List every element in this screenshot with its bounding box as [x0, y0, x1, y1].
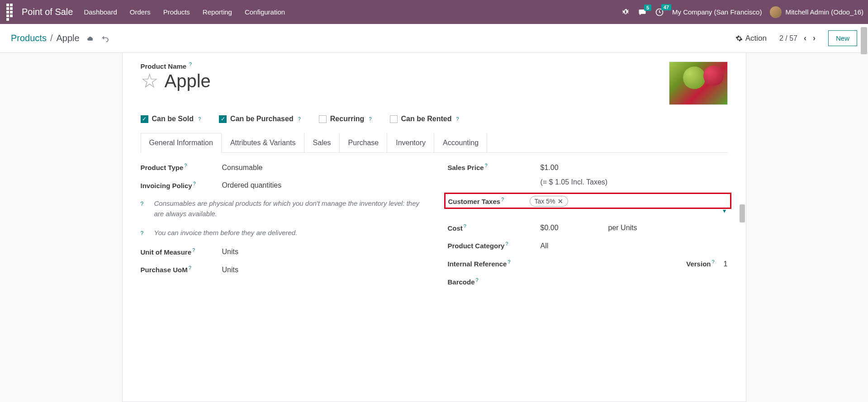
- menu-orders[interactable]: Orders: [130, 8, 151, 16]
- help-icon[interactable]: ?: [193, 181, 196, 186]
- checkbox-can-be-sold[interactable]: ✓ Can be Sold ?: [141, 115, 201, 123]
- tab-sales[interactable]: Sales: [304, 133, 340, 153]
- help-icon[interactable]: ?: [476, 277, 479, 283]
- favorite-star-icon[interactable]: ☆: [141, 71, 158, 91]
- sales-price-field[interactable]: $1.00: [541, 164, 728, 172]
- cost-field[interactable]: $0.00: [541, 224, 604, 232]
- tabs: General Information Attributes & Variant…: [141, 133, 728, 153]
- checkbox-label: Recurring: [330, 115, 365, 123]
- tax-tag-label: Tax 5%: [535, 198, 555, 205]
- checkbox-icon: ✓: [219, 115, 227, 123]
- tax-tag[interactable]: Tax 5% ✕: [530, 196, 569, 207]
- checkbox-can-be-rented[interactable]: Can be Rented ?: [390, 115, 459, 123]
- cost-label: Cost: [448, 224, 463, 232]
- sales-price-label: Sales Price: [448, 164, 484, 171]
- pager-text[interactable]: 2 / 57: [779, 34, 797, 43]
- help-icon[interactable]: ?: [501, 197, 504, 202]
- help-icon[interactable]: ?: [141, 230, 150, 236]
- customer-taxes-highlight: Customer Taxes? Tax 5% ✕: [444, 193, 731, 209]
- chevron-down-icon[interactable]: ▾: [723, 207, 726, 214]
- help-icon[interactable]: ?: [456, 116, 459, 122]
- action-button[interactable]: Action: [735, 34, 767, 43]
- debug-icon[interactable]: [621, 8, 630, 16]
- help-icon[interactable]: ?: [369, 116, 371, 122]
- category-field[interactable]: All: [541, 242, 728, 250]
- scrollbar-thumb[interactable]: [740, 204, 745, 222]
- tab-attributes-variants[interactable]: Attributes & Variants: [222, 133, 304, 153]
- checkbox-can-be-purchased[interactable]: ✓ Can be Purchased ?: [219, 115, 301, 123]
- form-sheet: Product Name ? ☆ Apple ✓ Can be Sold ? ✓…: [122, 53, 746, 402]
- menu-configuration[interactable]: Configuration: [245, 8, 285, 16]
- user-name: Mitchell Admin (Odoo_16): [785, 8, 863, 16]
- cost-per: per Units: [608, 224, 728, 232]
- pager-next-icon[interactable]: ›: [813, 33, 816, 43]
- scrollbar-thumb[interactable]: [861, 27, 867, 54]
- help-icon[interactable]: ?: [464, 223, 466, 229]
- product-name-label: Product Name: [141, 62, 187, 70]
- form-view: Product Name ? ☆ Apple ✓ Can be Sold ? ✓…: [0, 53, 868, 402]
- tab-accounting[interactable]: Accounting: [434, 133, 487, 153]
- menu-dashboard[interactable]: Dashboard: [84, 8, 117, 16]
- help-icon[interactable]: ?: [184, 163, 187, 168]
- uom-label: Unit of Measure: [141, 248, 192, 255]
- consumable-hint: Consumables are physical products for wh…: [154, 199, 421, 219]
- version-field[interactable]: 1: [724, 260, 728, 268]
- checkbox-label: Can be Purchased: [230, 115, 294, 123]
- company-selector[interactable]: My Company (San Francisco): [672, 8, 762, 16]
- product-name-input[interactable]: Apple: [165, 71, 211, 91]
- purchase-uom-field[interactable]: Units: [222, 266, 421, 274]
- main-menu: Dashboard Orders Products Reporting Conf…: [84, 8, 285, 16]
- help-icon[interactable]: ?: [189, 61, 192, 67]
- cloud-icon[interactable]: [86, 35, 95, 42]
- user-menu[interactable]: Mitchell Admin (Odoo_16): [770, 6, 863, 18]
- breadcrumb-root[interactable]: Products: [11, 33, 47, 43]
- checkbox-label: Can be Sold: [152, 115, 194, 123]
- breadcrumb-current: Apple: [57, 33, 80, 43]
- app-title[interactable]: Point of Sale: [22, 7, 73, 17]
- tab-inventory[interactable]: Inventory: [387, 133, 434, 153]
- help-icon[interactable]: ?: [485, 163, 488, 168]
- help-icon[interactable]: ?: [508, 259, 510, 265]
- pager: 2 / 57 ‹ ›: [779, 33, 816, 43]
- messages-badge: 5: [644, 5, 651, 11]
- invoicing-policy-field[interactable]: Ordered quantities: [222, 181, 421, 189]
- menu-products[interactable]: Products: [163, 8, 190, 16]
- product-image[interactable]: [669, 61, 728, 105]
- product-type-label: Product Type: [141, 164, 184, 171]
- internal-ref-label: Internal Reference: [448, 260, 507, 268]
- help-icon[interactable]: ?: [711, 259, 714, 265]
- checkbox-icon: [390, 115, 398, 123]
- pager-prev-icon[interactable]: ‹: [804, 33, 806, 43]
- barcode-label: Barcode: [448, 278, 475, 285]
- help-icon[interactable]: ?: [141, 201, 150, 207]
- product-type-field[interactable]: Consumable: [222, 164, 421, 172]
- control-bar: Products / Apple Action 2 / 57 ‹ › New: [0, 24, 868, 53]
- checkbox-label: Can be Rented: [401, 115, 452, 123]
- invoicing-policy-label: Invoicing Policy: [141, 181, 192, 189]
- help-icon[interactable]: ?: [298, 116, 301, 122]
- avatar: [770, 6, 782, 18]
- help-icon[interactable]: ?: [505, 241, 508, 246]
- help-icon[interactable]: ?: [198, 116, 201, 122]
- new-button[interactable]: New: [828, 30, 857, 46]
- apps-icon[interactable]: [5, 2, 17, 23]
- tab-general-information[interactable]: General Information: [141, 133, 222, 153]
- invoice-hint: You can invoice them before they are del…: [154, 228, 421, 238]
- messages-icon[interactable]: 5: [638, 8, 647, 16]
- checkbox-icon: [319, 115, 327, 123]
- version-label: Version: [686, 260, 711, 268]
- breadcrumb-separator: /: [50, 33, 53, 43]
- menu-reporting[interactable]: Reporting: [203, 8, 232, 16]
- help-icon[interactable]: ?: [189, 265, 191, 270]
- action-label: Action: [745, 34, 767, 43]
- checkbox-recurring[interactable]: Recurring ?: [319, 115, 372, 123]
- undo-icon[interactable]: [101, 34, 109, 43]
- close-icon[interactable]: ✕: [558, 198, 563, 205]
- activities-icon[interactable]: 47: [655, 8, 664, 17]
- tab-purchase[interactable]: Purchase: [340, 133, 388, 153]
- uom-field[interactable]: Units: [222, 248, 421, 256]
- sales-price-incl: (= $ 1.05 Incl. Taxes): [541, 178, 728, 186]
- gear-icon: [735, 35, 743, 42]
- purchase-uom-label: Purchase UoM: [141, 266, 188, 274]
- help-icon[interactable]: ?: [192, 247, 195, 253]
